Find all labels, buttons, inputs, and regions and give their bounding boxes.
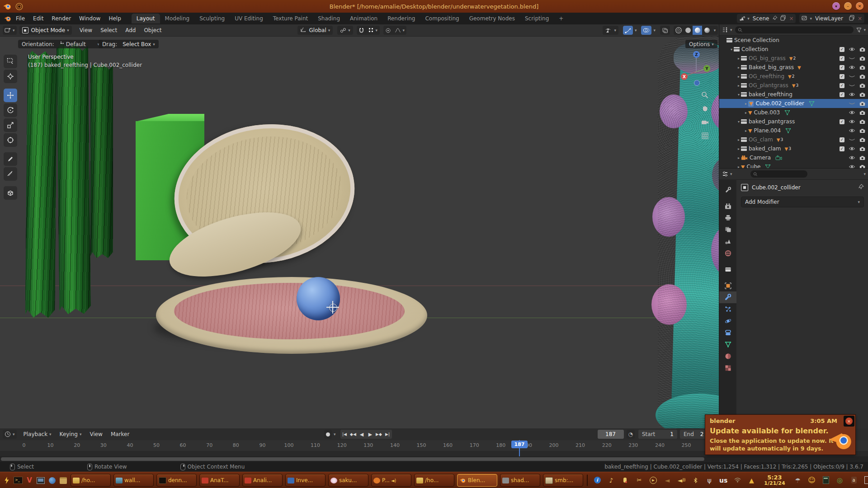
disclosure-right-icon[interactable]: ▸ <box>744 102 748 106</box>
workspace-tab-rendering[interactable]: Rendering <box>382 14 420 23</box>
volume-tray-icon[interactable]: ◄))) <box>677 476 685 484</box>
properties-editor-icon[interactable] <box>722 171 728 177</box>
disclosure-right-icon[interactable]: ▸ <box>736 147 741 151</box>
new-viewlayer-icon[interactable] <box>849 15 855 22</box>
scene-selector[interactable]: ▾ Scene × <box>737 14 796 23</box>
disable-render-camera-icon[interactable] <box>859 110 866 115</box>
outliner-row-plane-004[interactable]: ▸▼Plane.004 <box>719 126 868 135</box>
add-modifier-dropdown[interactable]: Add Modifier ▾ <box>741 197 864 207</box>
move-tool[interactable] <box>4 89 17 102</box>
task-button-ho[interactable]: /ho... <box>71 474 111 487</box>
close-button[interactable]: ✕ <box>856 2 863 10</box>
outliner-search[interactable] <box>735 26 854 33</box>
add-cube-tool[interactable] <box>4 186 17 200</box>
orientation-setting[interactable]: Orientation: Default ▾ <box>18 40 103 48</box>
disable-render-camera-icon[interactable] <box>859 74 866 79</box>
timeline-editor-icon[interactable]: ▾ <box>3 430 17 439</box>
new-scene-icon[interactable] <box>780 15 786 22</box>
minimize-button[interactable]: – <box>844 2 852 10</box>
task-button-p[interactable]: P...◄) <box>371 474 411 487</box>
menu-help[interactable]: Help <box>104 14 125 23</box>
workspace-tab-sculpting[interactable]: Sculpting <box>194 14 230 23</box>
shade-button[interactable]: ▾ <box>832 2 840 10</box>
outliner-row-og-clam[interactable]: ▸OG_clam▼3✓ <box>719 135 868 144</box>
outliner-row-baked-clam[interactable]: ▸baked_clam▼3✓ <box>719 144 868 153</box>
workspace-tab-shading[interactable]: Shading <box>313 14 345 23</box>
workspace-tab-geometry-nodes[interactable]: Geometry Nodes <box>464 14 520 23</box>
disclosure-right-icon[interactable]: ▸ <box>736 165 741 169</box>
hide-eye-open-icon[interactable] <box>849 92 855 97</box>
editor-type-button[interactable]: ▾ <box>3 26 17 35</box>
outliner-row-baked-reefthing[interactable]: ▾baked_reefthing✓ <box>719 90 868 99</box>
hide-eye-open-icon[interactable] <box>849 47 855 52</box>
disclosure-right-icon[interactable]: ▸ <box>736 75 741 79</box>
viewport-menu-select[interactable]: Select <box>96 25 121 35</box>
hide-eye-closed-icon[interactable] <box>849 74 855 79</box>
falloff-curve-dropdown[interactable]: ▾ <box>393 26 406 35</box>
task-button-ho[interactable]: /ho... <box>414 474 454 487</box>
show-overlays-toggle[interactable] <box>641 26 651 35</box>
pin-icon[interactable] <box>772 15 778 22</box>
current-frame-field[interactable]: 187 <box>598 430 624 439</box>
properties-tab-view-layer[interactable] <box>719 224 736 235</box>
notification-close-button[interactable]: ✕ <box>844 416 854 427</box>
task-button-shad[interactable]: shad... <box>500 474 540 487</box>
window-outline-tray-icon[interactable] <box>864 476 868 484</box>
hide-eye-open-icon[interactable] <box>849 110 855 115</box>
task-button-denn[interactable]: denn... <box>156 474 197 487</box>
media-play-tray-icon[interactable]: ▶ <box>649 476 657 484</box>
outliner-row-cube[interactable]: ▸▼Cube <box>719 162 868 168</box>
microphone-tray-icon[interactable] <box>621 476 629 484</box>
viewport-menu-view[interactable]: View <box>75 25 96 35</box>
disclosure-right-icon[interactable]: ▸ <box>736 156 741 160</box>
timeline-menu-marker[interactable]: Marker <box>107 429 133 439</box>
timeline-menu-view[interactable]: View <box>85 429 106 439</box>
options-dropdown[interactable]: Options ▾ <box>685 40 717 48</box>
exclude-checkbox[interactable]: ✓ <box>840 65 844 70</box>
properties-tab-texture[interactable] <box>719 362 736 374</box>
pivot-point-dropdown[interactable]: ▾ <box>337 26 353 35</box>
workspace-tab-texture-paint[interactable]: Texture Paint <box>268 14 313 23</box>
disable-render-camera-icon[interactable] <box>859 155 866 160</box>
viewport-3d[interactable]: Orientation: Default ▾ Drag: Select Box … <box>0 37 722 428</box>
properties-tab-object-data[interactable] <box>719 338 736 350</box>
launcher-display-icon[interactable] <box>36 476 45 485</box>
exclude-checkbox[interactable]: ✓ <box>840 119 844 124</box>
ortho-grid-icon[interactable] <box>700 131 710 141</box>
gizmo-z-axis[interactable]: Z <box>693 51 700 58</box>
disable-render-camera-icon[interactable] <box>859 65 866 70</box>
play-reverse-button[interactable]: ◀ <box>358 432 366 437</box>
exclude-checkbox[interactable]: ✓ <box>840 56 844 61</box>
jump-to-start-button[interactable]: |◀ <box>340 432 349 436</box>
timeline-menu-playback[interactable]: Playback▾ <box>19 429 56 439</box>
menu-render[interactable]: Render <box>47 14 75 23</box>
rotate-tool[interactable] <box>4 103 17 117</box>
disclosure-right-icon[interactable]: ▸ <box>744 129 748 133</box>
show-gizmo-toggle[interactable] <box>623 26 633 35</box>
properties-tab-world[interactable] <box>719 247 736 259</box>
launcher-v-icon[interactable]: V <box>25 476 34 485</box>
properties-tab-output[interactable] <box>719 212 736 224</box>
outliner-editor-icon[interactable] <box>722 27 728 33</box>
select-box-tool[interactable] <box>4 55 17 68</box>
solid-shading-button[interactable] <box>683 26 693 35</box>
properties-tab-material[interactable] <box>719 350 736 362</box>
wireframe-shading-button[interactable] <box>674 26 683 35</box>
gizmo-y-axis[interactable]: Y <box>703 65 710 72</box>
scale-tool[interactable] <box>4 118 17 132</box>
dictionary-tray-icon[interactable]: a <box>850 476 858 484</box>
exclude-checkbox[interactable]: ✓ <box>840 74 844 79</box>
outliner-search-input[interactable] <box>742 27 851 33</box>
disclosure-right-icon[interactable]: ▸ <box>736 66 741 70</box>
snap-magnet-icon[interactable] <box>357 26 366 35</box>
workspace-2[interactable] <box>587 475 588 486</box>
disclosure-right-icon[interactable]: ▸ <box>736 138 741 142</box>
disclosure-right-icon[interactable]: ▸ <box>736 84 741 88</box>
outliner-row-og-big-grass[interactable]: ▸OG_big_grass▼2✓ <box>719 54 868 63</box>
measure-tool[interactable] <box>4 167 17 181</box>
disable-render-camera-icon[interactable] <box>859 146 866 151</box>
disable-render-camera-icon[interactable] <box>859 137 866 142</box>
exclude-checkbox[interactable]: ✓ <box>840 47 844 52</box>
proportional-edit-icon[interactable] <box>383 26 393 35</box>
disable-render-camera-icon[interactable] <box>859 92 866 97</box>
